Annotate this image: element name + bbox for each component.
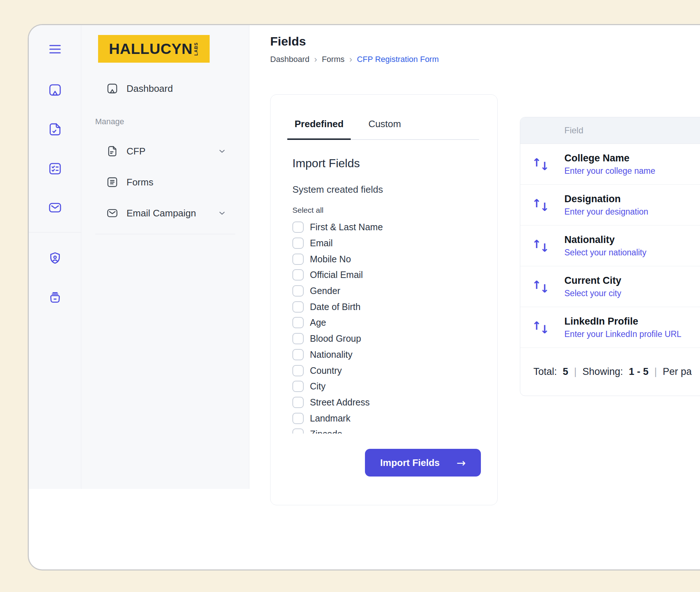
sidebar-divider xyxy=(95,234,235,234)
table-row: ↑ ↓ College Name Enter your college name xyxy=(520,144,700,185)
icon-rail xyxy=(29,25,81,489)
sort-up-arrow-icon: ↑ xyxy=(532,238,540,251)
brand-logo: HALLUCYN LABS xyxy=(98,35,210,63)
field-checkbox[interactable] xyxy=(292,381,304,392)
field-checkbox-label: Blood Group xyxy=(310,333,361,344)
archive-icon[interactable] xyxy=(48,290,62,305)
table-row: ↑ ↓ Designation Enter your designation xyxy=(520,185,700,226)
field-checkbox[interactable] xyxy=(292,238,304,249)
sort-icon[interactable]: ↑ ↓ xyxy=(532,199,552,212)
field-checkbox-row: Nationality xyxy=(292,347,479,363)
tab-predefined[interactable]: Predefined xyxy=(287,118,351,140)
field-checkbox-label: City xyxy=(310,381,326,392)
field-checkbox[interactable] xyxy=(292,333,304,344)
table-body: ↑ ↓ College Name Enter your college name… xyxy=(520,144,700,348)
tab-custom[interactable]: Custom xyxy=(361,118,408,139)
sidebar-item-label: CFP xyxy=(127,146,145,157)
field-placeholder-text: Select your nationality xyxy=(564,248,646,258)
total-label: Total: xyxy=(533,366,557,377)
table-row: ↑ ↓ Current City Select your city xyxy=(520,266,700,307)
field-checkbox[interactable] xyxy=(292,301,304,313)
fields-table: Field ↑ ↓ College Name Enter your colleg… xyxy=(520,117,700,396)
sort-up-arrow-icon: ↑ xyxy=(532,319,540,332)
field-checkbox[interactable] xyxy=(292,397,304,408)
cfp-document-icon xyxy=(106,145,118,157)
sort-down-arrow-icon: ↓ xyxy=(540,160,548,173)
field-title: LinkedIn Profile xyxy=(564,315,681,327)
field-cell: Nationality Select your nationality xyxy=(564,234,646,258)
field-checkbox[interactable] xyxy=(292,428,304,434)
field-checkbox[interactable] xyxy=(292,269,304,281)
field-checkbox-label: Email xyxy=(310,238,333,248)
field-checkbox-row: Age xyxy=(292,315,479,331)
field-checkbox-label: Landmark xyxy=(310,413,350,424)
sidebar-item-cfp[interactable]: CFP xyxy=(106,143,145,159)
field-checkbox-label: Zipcode xyxy=(310,429,342,434)
breadcrumb-current[interactable]: CFP Registration Form xyxy=(357,55,439,64)
import-fields-card: Predefined Custom Import Fields System c… xyxy=(270,94,498,505)
sidebar-item-label: Forms xyxy=(127,177,153,188)
task-file-icon[interactable] xyxy=(48,122,62,137)
mail-icon[interactable] xyxy=(48,200,62,215)
checklist-icon[interactable] xyxy=(48,161,62,176)
shield-user-icon[interactable] xyxy=(48,251,62,266)
showing-label: Showing: xyxy=(583,366,623,377)
sidebar-item-email-campaign[interactable]: Email Campaign xyxy=(106,205,196,221)
table-row: ↑ ↓ Nationality Select your nationality xyxy=(520,226,700,266)
tab-bar: Predefined Custom xyxy=(287,118,479,140)
field-title: Designation xyxy=(564,193,648,205)
field-checkbox-label: Gender xyxy=(310,286,340,296)
breadcrumb-separator-icon: › xyxy=(314,55,317,63)
select-all-label[interactable]: Select all xyxy=(292,205,479,215)
field-checkbox-label: Official Email xyxy=(310,270,363,280)
field-placeholder-text: Enter your designation xyxy=(564,207,648,217)
sort-down-arrow-icon: ↓ xyxy=(540,200,548,213)
field-checkbox-label: Mobile No xyxy=(310,254,351,264)
field-checkbox[interactable] xyxy=(292,365,304,376)
field-checkbox-label: Nationality xyxy=(310,349,353,360)
field-placeholder-text: Enter your LinkedIn profile URL xyxy=(564,329,681,339)
field-checkbox[interactable] xyxy=(292,285,304,297)
field-checkbox-label: Country xyxy=(310,365,342,376)
sidebar-item-dashboard[interactable]: Dashboard xyxy=(106,81,173,97)
field-checkbox[interactable] xyxy=(292,317,304,328)
sort-icon[interactable]: ↑ ↓ xyxy=(532,239,552,252)
sort-icon[interactable]: ↑ ↓ xyxy=(532,280,552,293)
arrow-right-icon: → xyxy=(456,456,466,469)
chevron-down-icon[interactable] xyxy=(218,147,226,156)
sidebar-item-forms[interactable]: Forms xyxy=(106,174,153,190)
field-cell: College Name Enter your college name xyxy=(564,152,655,176)
field-checkbox[interactable] xyxy=(292,413,304,424)
field-cell: Designation Enter your designation xyxy=(564,193,648,217)
breadcrumb-dashboard[interactable]: Dashboard xyxy=(270,55,310,64)
field-checkbox-row: Date of Birth xyxy=(292,299,479,315)
import-fields-button[interactable]: Import Fields → xyxy=(365,449,481,477)
field-checkbox-row: Official Email xyxy=(292,267,479,283)
field-title: College Name xyxy=(564,152,655,164)
field-placeholder-text: Enter your college name xyxy=(564,166,655,176)
breadcrumb: Dashboard › Forms › CFP Registration For… xyxy=(270,55,439,64)
field-checkbox-row: City xyxy=(292,379,479,395)
field-title: Nationality xyxy=(564,234,646,246)
sort-icon[interactable]: ↑ ↓ xyxy=(532,321,552,334)
dashboard-icon[interactable] xyxy=(48,83,62,97)
sidebar-item-label: Dashboard xyxy=(127,83,173,94)
import-card-body: Import Fields System created fields Sele… xyxy=(271,156,497,434)
chevron-down-icon[interactable] xyxy=(218,209,226,217)
field-checkbox[interactable] xyxy=(292,254,304,265)
breadcrumb-forms[interactable]: Forms xyxy=(322,55,345,64)
field-cell: Current City Select your city xyxy=(564,275,621,298)
sort-icon[interactable]: ↑ ↓ xyxy=(532,158,552,171)
page: HALLUCYN LABS Dashboard Manage CFP xyxy=(0,0,700,592)
field-checkbox[interactable] xyxy=(292,349,304,360)
breadcrumb-separator-icon: › xyxy=(349,55,352,63)
field-checkbox-row: Street Address xyxy=(292,395,479,411)
brand-suffix: LABS xyxy=(194,42,199,56)
column-header-field: Field xyxy=(564,125,583,136)
hamburger-menu-icon[interactable] xyxy=(48,42,62,56)
field-checkbox-label: Street Address xyxy=(310,397,370,408)
field-checkbox[interactable] xyxy=(292,221,304,233)
mail-icon xyxy=(106,207,118,219)
footer-separator: | xyxy=(654,366,657,377)
field-checkbox-row: Landmark xyxy=(292,410,479,426)
